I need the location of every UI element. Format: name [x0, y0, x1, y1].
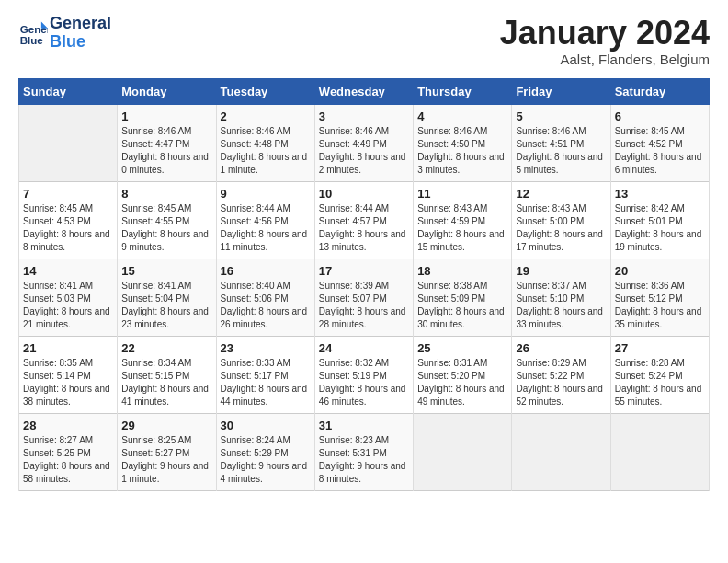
day-info: Sunrise: 8:40 AMSunset: 5:06 PMDaylight:…: [221, 280, 311, 331]
header-day-wednesday: Wednesday: [314, 78, 413, 104]
day-number: 8: [121, 187, 211, 201]
day-number: 28: [23, 419, 113, 432]
calendar-cell: 15Sunrise: 8:41 AMSunset: 5:04 PMDayligh…: [118, 259, 216, 336]
logo-general: General: [50, 15, 111, 33]
day-info: Sunrise: 8:31 AMSunset: 5:20 PMDaylight:…: [417, 357, 507, 408]
calendar-cell: 18Sunrise: 8:38 AMSunset: 5:09 PMDayligh…: [414, 259, 512, 336]
day-number: 1: [121, 109, 211, 123]
day-number: 11: [417, 187, 507, 201]
day-info: Sunrise: 8:45 AMSunset: 4:52 PMDaylight:…: [615, 125, 705, 177]
day-info: Sunrise: 8:39 AMSunset: 5:07 PMDaylight:…: [319, 280, 409, 331]
day-info: Sunrise: 8:45 AMSunset: 4:55 PMDaylight:…: [121, 202, 211, 254]
day-number: 10: [319, 187, 409, 201]
week-row-1: 7Sunrise: 8:45 AMSunset: 4:53 PMDaylight…: [19, 181, 710, 259]
calendar-cell: [512, 413, 610, 490]
header-day-thursday: Thursday: [414, 78, 512, 104]
calendar-cell: 21Sunrise: 8:35 AMSunset: 5:14 PMDayligh…: [19, 336, 118, 413]
logo-icon: General Blue: [18, 18, 48, 48]
calendar-cell: 16Sunrise: 8:40 AMSunset: 5:06 PMDayligh…: [216, 259, 314, 336]
day-number: 14: [23, 264, 113, 278]
calendar-cell: [610, 413, 709, 490]
day-number: 2: [221, 109, 311, 123]
calendar-cell: 7Sunrise: 8:45 AMSunset: 4:53 PMDaylight…: [19, 181, 118, 259]
calendar-cell: 30Sunrise: 8:24 AMSunset: 5:29 PMDayligh…: [216, 413, 314, 490]
day-number: 22: [121, 341, 211, 355]
day-number: 30: [221, 419, 311, 432]
calendar-table: SundayMondayTuesdayWednesdayThursdayFrid…: [18, 78, 710, 491]
day-number: 5: [516, 109, 606, 123]
day-number: 12: [516, 187, 606, 201]
day-number: 25: [417, 341, 507, 355]
day-number: 26: [516, 341, 606, 355]
calendar-cell: 1Sunrise: 8:46 AMSunset: 4:47 PMDaylight…: [118, 104, 216, 181]
calendar-cell: 4Sunrise: 8:46 AMSunset: 4:50 PMDaylight…: [414, 104, 512, 181]
calendar-cell: 3Sunrise: 8:46 AMSunset: 4:49 PMDaylight…: [314, 104, 413, 181]
day-number: 21: [23, 341, 113, 355]
week-row-4: 28Sunrise: 8:27 AMSunset: 5:25 PMDayligh…: [19, 413, 710, 490]
day-number: 29: [121, 419, 211, 432]
svg-text:Blue: Blue: [20, 35, 44, 46]
calendar-cell: 12Sunrise: 8:43 AMSunset: 5:00 PMDayligh…: [512, 181, 610, 259]
day-info: Sunrise: 8:44 AMSunset: 4:56 PMDaylight:…: [221, 202, 311, 254]
day-info: Sunrise: 8:44 AMSunset: 4:57 PMDaylight:…: [319, 202, 409, 254]
calendar-cell: [19, 104, 118, 181]
header-day-monday: Monday: [118, 78, 216, 104]
calendar-cell: 9Sunrise: 8:44 AMSunset: 4:56 PMDaylight…: [216, 181, 314, 259]
day-number: 17: [319, 264, 409, 278]
calendar-cell: 29Sunrise: 8:25 AMSunset: 5:27 PMDayligh…: [118, 413, 216, 490]
day-info: Sunrise: 8:33 AMSunset: 5:17 PMDaylight:…: [221, 357, 311, 408]
calendar-cell: 22Sunrise: 8:34 AMSunset: 5:15 PMDayligh…: [118, 336, 216, 413]
calendar-cell: 25Sunrise: 8:31 AMSunset: 5:20 PMDayligh…: [414, 336, 512, 413]
day-number: 4: [417, 109, 507, 123]
day-info: Sunrise: 8:46 AMSunset: 4:51 PMDaylight:…: [516, 125, 606, 177]
logo-blue: Blue: [50, 33, 111, 52]
day-info: Sunrise: 8:38 AMSunset: 5:09 PMDaylight:…: [417, 280, 507, 331]
header: General Blue General Blue January 2024 A…: [18, 15, 710, 67]
month-title: January 2024: [500, 15, 710, 52]
day-info: Sunrise: 8:43 AMSunset: 4:59 PMDaylight:…: [417, 202, 507, 254]
day-info: Sunrise: 8:36 AMSunset: 5:12 PMDaylight:…: [615, 280, 705, 331]
calendar-cell: 27Sunrise: 8:28 AMSunset: 5:24 PMDayligh…: [610, 336, 709, 413]
day-number: 23: [221, 341, 311, 355]
header-day-tuesday: Tuesday: [216, 78, 314, 104]
day-info: Sunrise: 8:42 AMSunset: 5:01 PMDaylight:…: [615, 202, 705, 254]
calendar-cell: 2Sunrise: 8:46 AMSunset: 4:48 PMDaylight…: [216, 104, 314, 181]
calendar-container: General Blue General Blue January 2024 A…: [0, 0, 728, 500]
day-info: Sunrise: 8:46 AMSunset: 4:49 PMDaylight:…: [319, 125, 409, 177]
day-number: 27: [615, 341, 705, 355]
day-info: Sunrise: 8:35 AMSunset: 5:14 PMDaylight:…: [23, 357, 113, 408]
calendar-cell: 8Sunrise: 8:45 AMSunset: 4:55 PMDaylight…: [118, 181, 216, 259]
day-number: 15: [121, 264, 211, 278]
calendar-cell: 17Sunrise: 8:39 AMSunset: 5:07 PMDayligh…: [314, 259, 413, 336]
calendar-cell: 23Sunrise: 8:33 AMSunset: 5:17 PMDayligh…: [216, 336, 314, 413]
day-info: Sunrise: 8:41 AMSunset: 5:04 PMDaylight:…: [121, 280, 211, 331]
day-number: 6: [615, 109, 705, 123]
day-number: 13: [615, 187, 705, 201]
day-info: Sunrise: 8:23 AMSunset: 5:31 PMDaylight:…: [319, 434, 409, 486]
day-info: Sunrise: 8:29 AMSunset: 5:22 PMDaylight:…: [516, 357, 606, 408]
calendar-cell: 19Sunrise: 8:37 AMSunset: 5:10 PMDayligh…: [512, 259, 610, 336]
location: Aalst, Flanders, Belgium: [500, 52, 710, 67]
week-row-0: 1Sunrise: 8:46 AMSunset: 4:47 PMDaylight…: [19, 104, 710, 181]
logo: General Blue General Blue: [18, 15, 111, 52]
calendar-cell: 28Sunrise: 8:27 AMSunset: 5:25 PMDayligh…: [19, 413, 118, 490]
day-number: 9: [221, 187, 311, 201]
day-number: 24: [319, 341, 409, 355]
header-day-saturday: Saturday: [610, 78, 709, 104]
day-number: 31: [319, 419, 409, 432]
header-row: SundayMondayTuesdayWednesdayThursdayFrid…: [19, 78, 710, 104]
day-info: Sunrise: 8:37 AMSunset: 5:10 PMDaylight:…: [516, 280, 606, 331]
calendar-cell: 10Sunrise: 8:44 AMSunset: 4:57 PMDayligh…: [314, 181, 413, 259]
calendar-cell: 5Sunrise: 8:46 AMSunset: 4:51 PMDaylight…: [512, 104, 610, 181]
header-day-sunday: Sunday: [19, 78, 118, 104]
day-info: Sunrise: 8:46 AMSunset: 4:50 PMDaylight:…: [417, 125, 507, 177]
day-info: Sunrise: 8:32 AMSunset: 5:19 PMDaylight:…: [319, 357, 409, 408]
day-info: Sunrise: 8:24 AMSunset: 5:29 PMDaylight:…: [221, 434, 311, 486]
calendar-cell: 13Sunrise: 8:42 AMSunset: 5:01 PMDayligh…: [610, 181, 709, 259]
calendar-cell: 11Sunrise: 8:43 AMSunset: 4:59 PMDayligh…: [414, 181, 512, 259]
week-row-2: 14Sunrise: 8:41 AMSunset: 5:03 PMDayligh…: [19, 259, 710, 336]
day-number: 18: [417, 264, 507, 278]
day-info: Sunrise: 8:34 AMSunset: 5:15 PMDaylight:…: [121, 357, 211, 408]
calendar-cell: 20Sunrise: 8:36 AMSunset: 5:12 PMDayligh…: [610, 259, 709, 336]
day-number: 3: [319, 109, 409, 123]
